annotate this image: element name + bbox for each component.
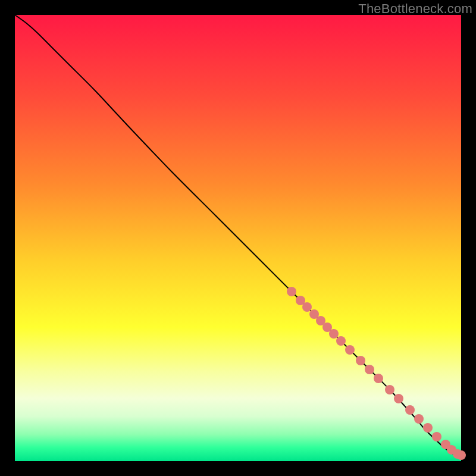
marker-dot xyxy=(365,365,374,374)
marker-dot xyxy=(456,450,466,460)
marker-dot xyxy=(414,414,424,424)
marker-dot xyxy=(423,423,433,433)
marker-dot xyxy=(432,432,441,441)
marker-dot xyxy=(394,394,403,403)
marker-dot xyxy=(405,405,415,415)
marker-dot xyxy=(287,287,296,296)
marker-dot xyxy=(374,374,383,383)
marker-dot xyxy=(385,385,394,394)
marker-dot xyxy=(356,356,365,365)
curve-line xyxy=(15,15,461,461)
marker-dot xyxy=(345,345,355,355)
watermark-label: TheBottleneck.com xyxy=(358,1,472,17)
plot-area xyxy=(15,15,461,461)
marker-dot xyxy=(336,336,346,346)
chart-stage: TheBottleneck.com xyxy=(0,0,476,476)
